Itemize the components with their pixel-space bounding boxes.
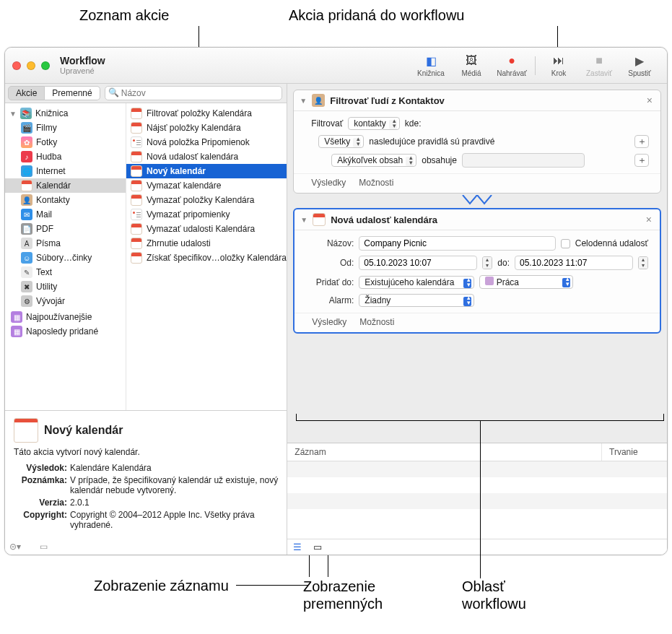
calendar-icon <box>131 151 142 162</box>
from-stepper[interactable]: ▴▾ <box>482 256 492 269</box>
add-condition-button[interactable]: ＋ <box>634 154 649 167</box>
event-name-input[interactable] <box>359 236 555 251</box>
workflow-action-filter-contacts[interactable]: ▼ 👤 Filtrovať ľudí z Kontaktov × Filtrov… <box>293 90 661 194</box>
media-icon: 🖼 <box>466 53 477 68</box>
lib-item-kalendar[interactable]: Kalendár <box>5 178 126 193</box>
close-icon[interactable]: × <box>644 214 654 225</box>
action-row[interactable]: Vymazať položky Kalendára <box>126 193 287 207</box>
action-row[interactable]: Získať špecifikov…oložky Kalendára <box>126 251 287 265</box>
lib-item-fotky[interactable]: ✿Fotky <box>5 135 126 149</box>
toolbar-media-button[interactable]: 🖼 Médiá <box>451 53 492 77</box>
results-tab[interactable]: Výsledky <box>311 178 346 188</box>
minimize-window-button[interactable] <box>27 61 35 70</box>
allday-checkbox[interactable] <box>561 239 570 248</box>
action-connector <box>293 195 661 207</box>
library-tree[interactable]: ▼ 📚 Knižnica 🎬Filmy ✿Fotky ♪Hudba 🌐Inter… <box>5 103 126 410</box>
lib-item-pdf[interactable]: 📄PDF <box>5 222 126 236</box>
lib-item-internet[interactable]: 🌐Internet <box>5 164 126 178</box>
lib-item-kontakty[interactable]: 👤Kontakty <box>5 193 126 207</box>
callout-wf-area: Oblasťworkflowu <box>462 578 526 612</box>
library-icon: 📚 <box>20 108 32 119</box>
lib-item-utility[interactable]: ✖Utility <box>5 279 126 294</box>
action-row[interactable]: Filtrovať položky Kalendára <box>126 106 287 121</box>
options-tab[interactable]: Možnosti <box>359 178 393 188</box>
action-row-selected[interactable]: Nový kalendár <box>126 164 287 178</box>
window-controls <box>12 61 50 70</box>
info-value: V prípade, že špecifikovaný kalendár už … <box>70 475 278 495</box>
lib-item-subory[interactable]: ☺Súbory…činky <box>5 251 126 265</box>
settings-icon[interactable]: ⊝▾ <box>9 542 21 552</box>
tab-actions[interactable]: Akcie <box>8 86 45 100</box>
toolbar-step-button[interactable]: ⏭ Krok <box>538 53 579 77</box>
to-stepper[interactable]: ▴▾ <box>638 256 648 269</box>
finder-icon: ☺ <box>21 252 32 264</box>
add-rule-button[interactable]: ＋ <box>634 135 649 148</box>
log-body[interactable] <box>287 461 667 539</box>
toolbar-run-button[interactable]: ▶ Spustiť <box>619 53 660 77</box>
toolbar-separator <box>535 56 536 75</box>
action-row[interactable]: Zhrnutie udalosti <box>126 236 287 251</box>
log-col-record[interactable]: Záznam <box>287 443 602 461</box>
calendar-icon <box>131 122 142 134</box>
lib-item-mail[interactable]: ✉Mail <box>5 207 126 222</box>
zoom-window-button[interactable] <box>41 61 50 70</box>
lib-smart-most-used[interactable]: ▦Najpoužívanejšie <box>5 310 126 324</box>
from-date-input[interactable] <box>359 256 477 270</box>
toolbar-record-button[interactable]: ● Nahrávať <box>492 53 532 77</box>
toolbar-stop-button[interactable]: ■ Zastaviť <box>579 53 619 77</box>
reminders-icon <box>131 136 142 148</box>
lib-item-text[interactable]: ✎Text <box>5 265 126 279</box>
to-date-input[interactable] <box>515 256 633 270</box>
smart-folder-icon: ▦ <box>11 311 22 323</box>
action-row[interactable]: Vymazať udalosti Kalendára <box>126 222 287 236</box>
alarm-select[interactable]: Žiadny▴▾ <box>359 294 474 307</box>
filter-value-input[interactable] <box>462 153 585 168</box>
match-select[interactable]: Všetky▴▾ <box>318 135 364 148</box>
tab-variables[interactable]: Premenné <box>45 86 100 100</box>
close-icon[interactable]: × <box>645 95 655 106</box>
log-view-button[interactable]: ☰ <box>292 542 303 552</box>
close-window-button[interactable] <box>12 61 21 70</box>
field-select[interactable]: Akýkoľvek obsah▴▾ <box>331 154 416 167</box>
action-row[interactable]: Nová položka Pripomienok <box>126 135 287 149</box>
disclosure-triangle-icon[interactable]: ▼ <box>300 97 307 105</box>
name-label: Názov: <box>312 238 354 248</box>
calendar-icon <box>131 223 142 235</box>
toolbar-library-label: Knižnica <box>417 69 445 77</box>
from-label: Od: <box>312 258 354 268</box>
search-input[interactable] <box>105 86 283 100</box>
lib-smart-recent[interactable]: ▦Naposledy pridané <box>5 324 126 339</box>
options-tab[interactable]: Možnosti <box>359 317 394 327</box>
log-col-duration[interactable]: Trvanie <box>602 443 667 461</box>
lib-item-filmy[interactable]: 🎬Filmy <box>5 121 126 135</box>
lib-item-pisma[interactable]: APísma <box>5 236 126 251</box>
calendar-color-swatch <box>485 277 494 285</box>
variables-view-button[interactable]: ▭ <box>312 542 323 552</box>
filter-target-select[interactable]: kontakty▴▾ <box>348 117 400 130</box>
info-description: Táto akcia vytvorí nový kalendár. <box>14 447 278 457</box>
description-toggle-icon[interactable]: ▭ <box>40 542 48 552</box>
action-title: Nová udalosť kalendára <box>331 214 437 225</box>
calendar-select[interactable]: Práca▴▾ <box>479 275 573 289</box>
results-tab[interactable]: Výsledky <box>312 317 346 327</box>
info-value: Copyright © 2004–2012 Apple Inc. Všetky … <box>70 510 278 530</box>
lib-item-vyvojar[interactable]: ⚙Vývojár <box>5 294 126 308</box>
log-row <box>287 461 667 477</box>
record-icon: ● <box>508 53 515 68</box>
toolbar-library-button[interactable]: ◧ Knižnica <box>411 53 451 77</box>
workflow-action-new-event[interactable]: ▼ Nová udalosť kalendára × Názov: Celode… <box>293 208 661 334</box>
disclosure-triangle-icon[interactable]: ▼ <box>9 110 17 118</box>
action-row[interactable]: Vymazať kalendáre <box>126 178 287 193</box>
log-area: Záznam Trvanie ☰ ▭ <box>287 443 667 555</box>
library-root[interactable]: ▼ 📚 Knižnica <box>5 106 126 121</box>
lib-item-hudba[interactable]: ♪Hudba <box>5 149 126 164</box>
workflow-area[interactable]: ▼ 👤 Filtrovať ľudí z Kontaktov × Filtrov… <box>287 84 667 443</box>
action-row[interactable]: Vymazať pripomienky <box>126 207 287 222</box>
log-row <box>287 509 667 525</box>
toolbar-run-label: Spustiť <box>628 69 651 77</box>
actions-list[interactable]: Filtrovať položky Kalendára Nájsť položk… <box>126 103 287 410</box>
action-row[interactable]: Nájsť položky Kalendára <box>126 121 287 135</box>
addto-select[interactable]: Existujúceho kalendára▴▾ <box>359 276 474 289</box>
action-row[interactable]: Nová udalosť kalendára <box>126 149 287 164</box>
disclosure-triangle-icon[interactable]: ▼ <box>300 216 307 224</box>
